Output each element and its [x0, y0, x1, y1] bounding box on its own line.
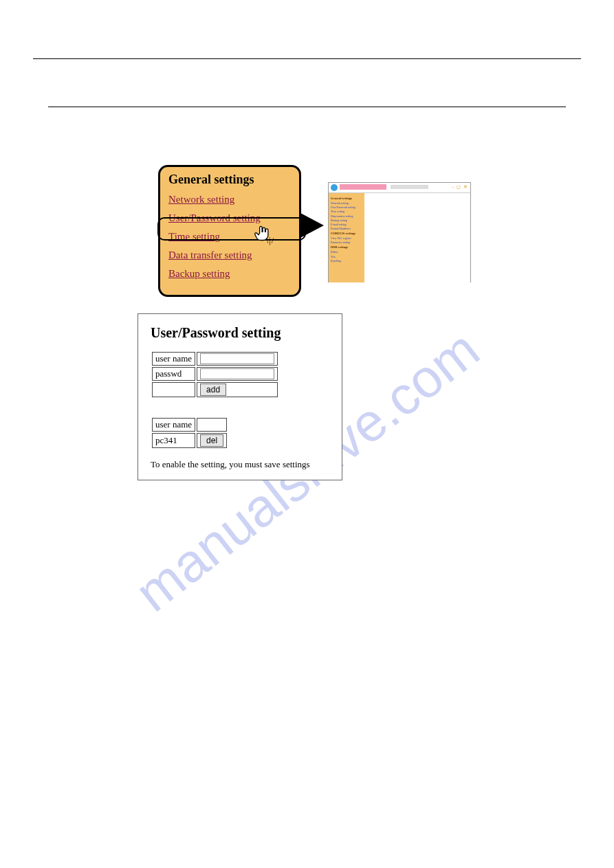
general-settings-title: General settings	[168, 173, 291, 187]
user-name-cell: pc341	[152, 433, 195, 448]
label-password: passwd	[152, 367, 195, 381]
browser-url-bar	[340, 184, 386, 190]
user-list-table: user name pc341 del	[151, 416, 228, 449]
sidebar-link: Run/Stop	[331, 259, 362, 263]
delete-button[interactable]: del	[200, 434, 223, 447]
label-username: user name	[152, 352, 195, 366]
sidebar-link: View PLC register	[331, 236, 362, 240]
sidebar-link: Test	[331, 255, 362, 258]
sidebar-link: User/Password setting	[331, 205, 362, 209]
add-user-form: user name passwd add	[151, 350, 279, 399]
link-user-password-setting[interactable]: User/Password setting	[168, 212, 291, 224]
sidebar-link: Network setting	[331, 201, 362, 205]
sidebar-link: Editor	[331, 250, 362, 254]
browser-back-icon	[331, 184, 338, 191]
browser-content-area	[364, 193, 470, 282]
user-password-panel: User/Password setting user name passwd a…	[138, 313, 342, 480]
userlist-header: user name	[152, 418, 195, 432]
sidebar-heading: CORELIS settings	[331, 232, 362, 235]
panel-title: User/Password setting	[151, 325, 329, 341]
sidebar-link: Restart/Shutdown	[331, 227, 362, 230]
sidebar-link: Backup setting	[331, 219, 362, 222]
browser-sidebar: General settings Network setting User/Pa…	[329, 193, 364, 282]
sidebar-heading: HMI settings	[331, 245, 362, 249]
username-input[interactable]	[200, 353, 274, 364]
link-data-transfer-setting[interactable]: Data transfer setting	[168, 249, 291, 261]
sidebar-link: E-mail setting	[331, 223, 362, 226]
sidebar-link: Data transfer setting	[331, 214, 362, 218]
user-row: pc341 del	[152, 433, 227, 448]
click-sparks-icon: \ | /	[266, 236, 273, 246]
sidebar-heading: General settings	[331, 197, 362, 200]
general-settings-card: General settings Network setting User/Pa…	[158, 165, 301, 297]
browser-page-title	[391, 185, 428, 189]
browser-preview: – ◻ ✕ General settings Network setting U…	[328, 182, 471, 282]
link-backup-setting[interactable]: Backup setting	[168, 268, 291, 280]
password-input[interactable]	[200, 368, 274, 379]
add-button[interactable]: add	[200, 383, 226, 396]
sidebar-link: Parameter setting	[331, 241, 362, 244]
rule-second	[48, 107, 566, 107]
sidebar-link: Time setting	[331, 210, 362, 213]
rule-top	[33, 58, 581, 59]
save-note: To enable the setting, you must save set…	[151, 459, 329, 470]
link-network-setting[interactable]: Network setting	[168, 194, 291, 205]
browser-titlebar: – ◻ ✕	[329, 183, 470, 193]
callout-arrow-icon	[300, 213, 324, 238]
browser-window-controls-icon: – ◻ ✕	[452, 184, 468, 190]
